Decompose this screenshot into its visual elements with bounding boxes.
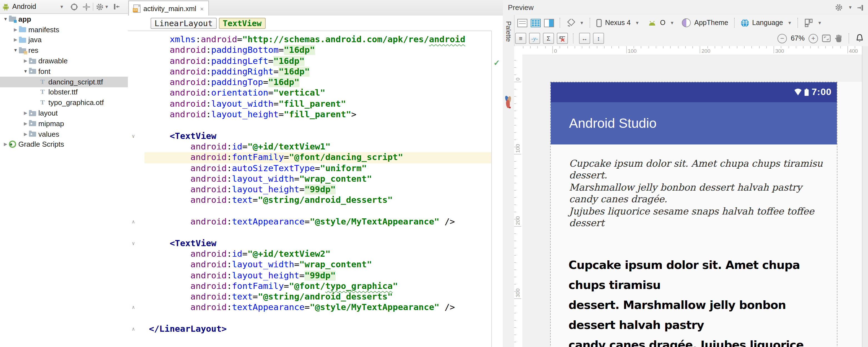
fold-marker-icon[interactable]: ∨ bbox=[130, 238, 137, 249]
code-line-26[interactable]: ∧ android:textAppearance="@style/MyTextA… bbox=[145, 303, 492, 313]
locate-file-icon[interactable] bbox=[70, 3, 78, 10]
code-editor[interactable]: xmlns:android="http://schemas.android.co… bbox=[128, 31, 492, 347]
tree-expand-arrow[interactable]: ▶ bbox=[22, 131, 29, 136]
project-view-selector[interactable]: Android bbox=[12, 3, 36, 10]
code-line-11[interactable]: android:id="@+id/textView1" bbox=[145, 142, 492, 153]
code-line-4[interactable]: android:paddingRight="16dp" bbox=[145, 67, 492, 77]
code-line-14[interactable]: android:layout_width="wrap_content" bbox=[145, 174, 492, 185]
device-frame[interactable]: 7:00 Android Studio Cupcake ipsum dolor … bbox=[550, 82, 837, 347]
tree-expand-arrow[interactable]: ▶ bbox=[2, 142, 9, 147]
collapse-all-icon[interactable] bbox=[83, 3, 90, 10]
design-mode-icon[interactable] bbox=[517, 19, 527, 27]
tree-expand-arrow[interactable]: ▶ bbox=[22, 111, 29, 116]
hide-panel-icon[interactable] bbox=[857, 4, 864, 11]
render-options-icon[interactable]: -y- bbox=[529, 33, 540, 44]
code-line-5[interactable]: android:paddingTop="16dp" bbox=[145, 77, 492, 88]
layout-variants-icon[interactable] bbox=[804, 18, 813, 27]
preview-scrollbar[interactable] bbox=[862, 46, 868, 347]
tree-expand-arrow[interactable]: ▶ bbox=[12, 27, 19, 32]
gear-icon[interactable] bbox=[96, 3, 103, 10]
code-line-20[interactable]: ∨ <TextView bbox=[145, 238, 492, 249]
textview1-dancing-script[interactable]: Cupcake ipsum dolor sit. Amet chupa chup… bbox=[569, 158, 831, 229]
tab-activity-main-xml[interactable]: activity_main.xml × bbox=[128, 1, 209, 16]
tree-item-app[interactable]: ▼app bbox=[0, 14, 128, 25]
pan-hand-icon[interactable] bbox=[835, 34, 842, 42]
chevron-down-icon[interactable]: ▼ bbox=[580, 20, 584, 25]
code-line-7[interactable]: android:layout_width="fill_parent" bbox=[145, 99, 492, 110]
code-line-27[interactable] bbox=[145, 313, 492, 324]
tree-item-java[interactable]: ▶java bbox=[0, 35, 128, 45]
gear-icon[interactable] bbox=[835, 4, 842, 11]
show-layout-decorations-icon[interactable]: ≡ bbox=[515, 33, 526, 44]
fold-marker-icon[interactable]: ∧ bbox=[130, 324, 137, 335]
code-line-2[interactable]: android:paddingBottom="16dp" bbox=[145, 45, 492, 56]
code-line-16[interactable]: android:text="@string/android_desserts" bbox=[145, 195, 492, 206]
fold-marker-icon[interactable]: ∧ bbox=[130, 303, 137, 313]
code-line-17[interactable] bbox=[145, 206, 492, 217]
theme-selector[interactable]: AppTheme bbox=[694, 19, 728, 27]
tree-expand-arrow[interactable]: ▶ bbox=[22, 121, 29, 126]
chevron-down-icon[interactable]: ▼ bbox=[817, 20, 822, 25]
zoom-out-icon[interactable]: − bbox=[777, 34, 787, 43]
tree-expand-arrow[interactable]: ▼ bbox=[12, 48, 19, 53]
tree-item-lobster-ttf[interactable]: Tlobster.ttf bbox=[0, 87, 128, 97]
code-line-18[interactable]: ∧ android:textAppearance="@style/MyTextA… bbox=[145, 217, 492, 227]
horizontal-resize-icon[interactable]: ↔ bbox=[579, 33, 590, 44]
language-selector[interactable]: Language bbox=[752, 19, 783, 27]
code-line-19[interactable] bbox=[145, 227, 492, 239]
tree-expand-arrow[interactable]: ▼ bbox=[2, 17, 9, 22]
preview-canvas[interactable]: 7:00 Android Studio Cupcake ipsum dolor … bbox=[522, 55, 863, 347]
code-line-25[interactable]: android:text="@string/android_desserts" bbox=[145, 292, 492, 303]
zoom-fit-icon[interactable] bbox=[822, 34, 831, 42]
both-modes-icon[interactable] bbox=[544, 19, 554, 27]
breadcrumb-linearlayout[interactable]: LinearLayout bbox=[151, 18, 217, 29]
code-line-13[interactable]: android:autoSizeTextType="uniform" bbox=[145, 163, 492, 174]
tree-item-values[interactable]: ▶values bbox=[0, 129, 128, 139]
disable-autoconnect-icon[interactable] bbox=[557, 33, 568, 44]
chevron-down-icon[interactable]: ▼ bbox=[670, 20, 674, 25]
palette-tab[interactable]: Palette bbox=[504, 21, 513, 42]
vertical-resize-icon[interactable]: ↕ bbox=[593, 33, 604, 44]
chevron-down-icon[interactable]: ▼ bbox=[635, 20, 640, 25]
tree-item-dancing-script-ttf[interactable]: Tdancing_script.ttf bbox=[0, 77, 128, 87]
code-line-8[interactable]: android:layout_height="fill_parent"> bbox=[145, 109, 492, 120]
device-selector[interactable]: Nexus 4 bbox=[605, 19, 631, 27]
tree-item-drawable[interactable]: ▶drawable bbox=[0, 56, 128, 66]
blueprint-mode-icon[interactable] bbox=[531, 19, 541, 27]
orientation-icon[interactable] bbox=[566, 19, 575, 27]
inspection-ok-icon[interactable]: ✓ bbox=[493, 58, 500, 67]
chevron-down-icon[interactable]: ▼ bbox=[848, 5, 852, 10]
code-line-21[interactable]: android:id="@+id/textView2" bbox=[145, 249, 492, 260]
chevron-down-icon[interactable]: ▼ bbox=[787, 20, 792, 25]
fold-marker-icon[interactable]: ∧ bbox=[130, 217, 137, 227]
tree-item-font[interactable]: ▼font bbox=[0, 66, 128, 77]
palette-icon[interactable] bbox=[504, 96, 513, 110]
hide-panel-icon[interactable] bbox=[113, 3, 120, 10]
tree-item-res[interactable]: ▼res bbox=[0, 45, 128, 56]
code-line-1[interactable]: xmlns:android="http://schemas.android.co… bbox=[145, 34, 492, 45]
code-line-23[interactable]: android:layout_height="99dp" bbox=[145, 270, 492, 281]
textview2-typo-graphica[interactable]: Cupcake ipsum dolor sit. Amet chupa chup… bbox=[568, 255, 833, 347]
editor-scrollbar[interactable]: ✓ bbox=[491, 31, 503, 347]
fold-marker-icon[interactable]: ∨ bbox=[130, 131, 137, 142]
sum-icon[interactable]: Σ bbox=[543, 33, 554, 44]
notifications-bell-icon[interactable] bbox=[856, 34, 864, 43]
code-line-24[interactable]: android:fontFamily="@font/typo_graphica" bbox=[145, 281, 492, 292]
code-line-3[interactable]: android:paddingLeft="16dp" bbox=[145, 56, 492, 67]
chevron-down-icon[interactable]: ▼ bbox=[104, 4, 109, 9]
tree-expand-arrow[interactable]: ▶ bbox=[12, 37, 19, 42]
api-level-selector[interactable]: O bbox=[660, 19, 665, 27]
tree-expand-arrow[interactable]: ▶ bbox=[22, 58, 29, 63]
tree-item-manifests[interactable]: ▶manifests bbox=[0, 25, 128, 35]
tree-expand-arrow[interactable]: ▼ bbox=[22, 69, 29, 74]
code-line-10[interactable]: ∨ <TextView bbox=[145, 131, 492, 142]
tree-item-gradle-scripts[interactable]: ▶Gradle Scripts bbox=[0, 139, 128, 150]
code-line-6[interactable]: android:orientation="vertical" bbox=[145, 88, 492, 99]
code-line-22[interactable]: android:layout_width="wrap_content" bbox=[145, 259, 492, 270]
tree-item-layout[interactable]: ▶layout bbox=[0, 108, 128, 118]
breadcrumb-textview[interactable]: TextView bbox=[219, 18, 266, 29]
code-line-9[interactable] bbox=[145, 120, 492, 131]
close-tab-icon[interactable]: × bbox=[200, 5, 204, 12]
code-line-28[interactable]: ∧</LinearLayout> bbox=[145, 324, 492, 335]
zoom-in-icon[interactable]: + bbox=[809, 34, 818, 43]
